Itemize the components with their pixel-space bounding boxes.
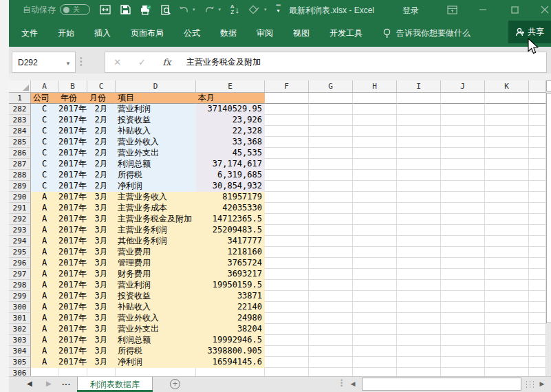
ribbon-tab-6[interactable]: 审阅: [257, 28, 273, 39]
column-header-D[interactable]: D: [116, 80, 196, 93]
row-header-298[interactable]: 298: [9, 280, 31, 291]
cell[interactable]: [529, 137, 546, 148]
cell[interactable]: [441, 269, 485, 280]
cell[interactable]: [529, 247, 546, 258]
cell[interactable]: C: [31, 148, 58, 159]
cell[interactable]: 净利润: [116, 181, 196, 192]
cell[interactable]: 2月: [87, 115, 116, 126]
cell[interactable]: [441, 115, 485, 126]
cell[interactable]: [265, 302, 309, 313]
cell[interactable]: C: [31, 181, 58, 192]
cell[interactable]: [441, 291, 485, 302]
cell[interactable]: 3月: [87, 214, 116, 225]
save-icon[interactable]: [120, 5, 131, 14]
cell[interactable]: 2017年: [58, 181, 87, 192]
cell[interactable]: [265, 137, 309, 148]
cell[interactable]: [397, 357, 441, 368]
cell[interactable]: [265, 181, 309, 192]
cell[interactable]: C: [31, 126, 58, 137]
cell[interactable]: [485, 357, 529, 368]
cell[interactable]: [529, 269, 546, 280]
cell[interactable]: A: [31, 302, 58, 313]
cell[interactable]: 24980: [196, 313, 265, 324]
cell[interactable]: 利润总额: [116, 335, 196, 346]
cell[interactable]: 30,854,932: [196, 181, 265, 192]
cell[interactable]: [529, 302, 546, 313]
ribbon-tab-2[interactable]: 插入: [94, 28, 111, 39]
cell[interactable]: [441, 192, 485, 203]
cell[interactable]: 2017年: [58, 214, 87, 225]
cell[interactable]: [309, 225, 353, 236]
cell[interactable]: [441, 126, 485, 137]
cell[interactable]: [441, 93, 485, 104]
vertical-scrollbar-thumb[interactable]: [546, 93, 551, 323]
cell[interactable]: [265, 258, 309, 269]
cell[interactable]: [353, 324, 397, 335]
cell[interactable]: [353, 170, 397, 181]
cell[interactable]: 3月: [87, 302, 116, 313]
cell[interactable]: [397, 247, 441, 258]
cell[interactable]: 主营业务利润: [116, 225, 196, 236]
cell[interactable]: [397, 324, 441, 335]
cell[interactable]: [353, 335, 397, 346]
new-sheet-button[interactable]: +: [170, 379, 180, 389]
cell[interactable]: [353, 214, 397, 225]
cell[interactable]: [529, 346, 546, 357]
cell[interactable]: [485, 137, 529, 148]
cell[interactable]: [397, 115, 441, 126]
cell[interactable]: [353, 269, 397, 280]
column-header-B[interactable]: B: [58, 80, 87, 93]
cell[interactable]: 财务费用: [116, 269, 196, 280]
cell[interactable]: 2017年: [58, 225, 87, 236]
cell[interactable]: 2月: [87, 159, 116, 170]
cell[interactable]: [529, 357, 546, 368]
insert-function-icon[interactable]: fx: [162, 57, 171, 67]
cell[interactable]: [397, 313, 441, 324]
cell[interactable]: 81957179: [196, 192, 265, 203]
cell[interactable]: 利润总额: [116, 159, 196, 170]
cell[interactable]: C: [31, 115, 58, 126]
cell[interactable]: 2017年: [58, 280, 87, 291]
cell[interactable]: A: [31, 214, 58, 225]
cell[interactable]: [265, 357, 309, 368]
cell[interactable]: [309, 313, 353, 324]
cell[interactable]: [265, 104, 309, 115]
cell[interactable]: 2017年: [58, 324, 87, 335]
row-header-299[interactable]: 299: [9, 291, 31, 302]
cell[interactable]: 投资收益: [116, 115, 196, 126]
cell[interactable]: [441, 280, 485, 291]
row-header-293[interactable]: 293: [9, 225, 31, 236]
cell[interactable]: 2017年: [58, 192, 87, 203]
cell[interactable]: 年份: [58, 93, 87, 104]
column-header-E[interactable]: E: [196, 80, 265, 93]
cell[interactable]: [397, 159, 441, 170]
cell[interactable]: [265, 214, 309, 225]
row-header-284[interactable]: 284: [9, 126, 31, 137]
cell[interactable]: 2月: [87, 137, 116, 148]
cell[interactable]: 所得税: [116, 170, 196, 181]
ribbon-tab-3[interactable]: 页面布局: [131, 28, 164, 39]
cell[interactable]: [485, 214, 529, 225]
cell[interactable]: [485, 192, 529, 203]
cell[interactable]: [309, 302, 353, 313]
cell[interactable]: 补贴收入: [116, 126, 196, 137]
cell[interactable]: [309, 214, 353, 225]
cell[interactable]: 管理费用: [116, 258, 196, 269]
cell[interactable]: [441, 214, 485, 225]
minimize-button[interactable]: [473, 0, 493, 19]
cell[interactable]: [309, 104, 353, 115]
cell[interactable]: [441, 324, 485, 335]
cell[interactable]: [353, 247, 397, 258]
cell[interactable]: [309, 357, 353, 368]
cell[interactable]: 3月: [87, 280, 116, 291]
cell[interactable]: [485, 236, 529, 247]
cell[interactable]: [265, 313, 309, 324]
ribbon-tab-4[interactable]: 公式: [184, 28, 200, 39]
cell[interactable]: [353, 203, 397, 214]
cell[interactable]: [309, 280, 353, 291]
row-header-294[interactable]: 294: [9, 236, 31, 247]
hscroll-left-icon[interactable]: ◀: [347, 378, 358, 391]
cell[interactable]: 3月: [87, 203, 116, 214]
column-header-K[interactable]: K: [485, 80, 529, 93]
column-header-F[interactable]: F: [265, 80, 309, 93]
